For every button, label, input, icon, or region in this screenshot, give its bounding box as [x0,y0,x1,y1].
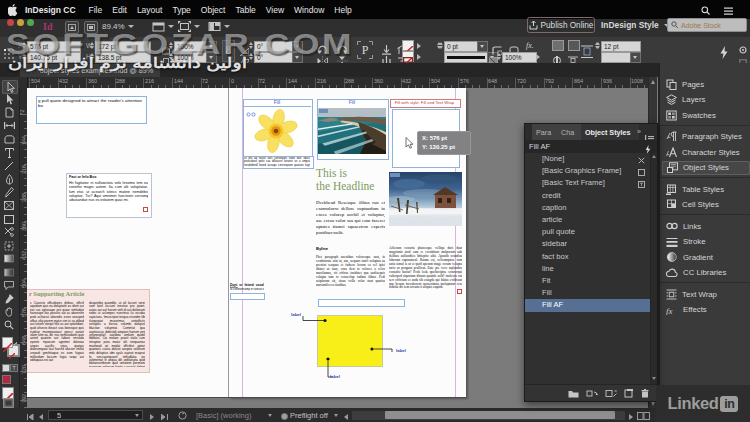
create-new-style-icon[interactable] [624,384,634,402]
window-close-button[interactable] [7,19,14,26]
panel-scroll-down-icon[interactable] [652,377,656,380]
wrap-options-dropdown[interactable] [630,52,641,63]
tool-gradient-feather[interactable] [2,266,16,278]
style-item-basic-text-frame[interactable]: [Basic Text Frame] [525,177,651,189]
stroke-weight-dropdown[interactable] [477,41,488,52]
dock-item-swatches[interactable]: Swatches [662,108,750,122]
fill-proxy-swatch[interactable] [2,337,13,348]
spotlight-search-icon[interactable] [701,5,710,15]
dock-item-stroke[interactable]: Stroke [662,235,750,249]
panel-tab-object-styles[interactable]: Object Styles [581,124,640,140]
tool-note[interactable] [2,280,16,292]
dock-item-object-styles[interactable]: Object Styles [662,161,750,175]
empty-label-frame[interactable] [318,299,405,307]
tool-gap[interactable] [2,120,16,132]
document-preset-dropdown[interactable]: [Basic] (working) [196,411,251,420]
spine-caption-frame[interactable] [230,293,265,300]
style-item-sidebar[interactable]: sidebar [525,238,651,250]
clear-attributes-icon[interactable] [605,384,617,402]
tool-line[interactable] [2,160,16,172]
tool-direct-selection[interactable] [2,93,16,105]
tool-free-transform[interactable] [2,240,16,252]
menu-app-name[interactable]: InDesign CC [20,5,84,15]
text-wrap-icon[interactable] [581,42,593,60]
apply-color-button[interactable] [2,375,11,384]
tool-scissors[interactable] [2,226,16,238]
dock-item-links[interactable]: Links [662,219,750,233]
wrap-offset-field[interactable]: 12 pt [601,41,641,52]
swap-fill-stroke-icon[interactable] [13,335,19,353]
tool-eyedropper[interactable] [2,293,16,305]
dock-item-pages[interactable]: Pages [662,77,750,91]
style-item-fill[interactable]: Fill [525,287,651,299]
workspace-switcher[interactable]: InDesign Style [601,20,670,30]
menu-item-help[interactable]: Help [329,5,356,15]
page-number-dropdown[interactable]: 5 [48,410,143,420]
previous-page-button[interactable] [38,412,43,421]
style-item-credit[interactable]: credit [525,190,651,202]
window-minimize-button[interactable] [17,19,24,26]
panel-scrollbar[interactable] [650,153,657,384]
effects-fx-button[interactable]: fx. [526,41,534,50]
preset-caret-icon[interactable] [268,414,272,417]
tool-selection[interactable] [2,80,18,94]
tool-type[interactable] [2,147,16,159]
menu-item-layout[interactable]: Layout [132,5,168,15]
menu-item-window[interactable]: Window [289,5,329,15]
menu-item-file[interactable]: File [84,5,108,15]
style-item-pull-quote[interactable]: pull quote [525,226,651,238]
notification-center-icon[interactable] [724,6,734,16]
tool-content-collector[interactable] [2,133,16,145]
hscroll-left-arrow-icon[interactable] [343,412,348,421]
tool-zoom[interactable] [2,319,16,331]
tool-page[interactable] [2,107,16,119]
opacity-flyout-arrow[interactable] [536,54,540,60]
horizontal-scrollbar[interactable] [352,411,625,420]
publish-online-button[interactable]: Publish Online [527,17,595,33]
tool-hand[interactable] [2,306,16,318]
first-page-button[interactable] [27,412,34,421]
tool-rectangle-frame[interactable] [2,200,16,212]
delete-style-icon[interactable] [641,384,649,402]
opacity-field[interactable]: 100% [502,52,537,63]
preflight-menu[interactable]: Preflight off [290,411,328,420]
last-page-button[interactable] [161,412,168,421]
tool-pen[interactable] [2,173,16,185]
quick-apply-icon[interactable] [720,43,728,61]
page-number-caret-icon[interactable] [135,414,139,417]
dock-item-cc-libraries[interactable]: CC Libraries [662,266,750,280]
dock-item-table-styles[interactable]: Table Styles [662,182,750,196]
menu-item-view[interactable]: View [261,5,289,15]
window-zoom-button[interactable] [27,19,34,26]
dock-item-paragraph-styles[interactable]: Paragraph Styles [662,130,750,144]
style-item-fact-box[interactable]: fact box [525,251,651,263]
dock-item-text-wrap[interactable]: Text Wrap [662,287,750,301]
scroll-up-arrow-icon[interactable] [651,80,655,84]
horizontal-scrollbar-thumb[interactable] [385,411,615,419]
tool-rectangle[interactable] [2,213,16,225]
ruler-origin-box[interactable] [19,77,28,88]
menu-item-edit[interactable]: Edit [107,5,132,15]
yellow-rectangle[interactable] [317,315,383,367]
style-item-none[interactable]: [None] [525,153,651,165]
style-item-line[interactable]: line [525,263,651,275]
dock-item-effects[interactable]: fxEffects [662,303,750,317]
style-item-fill-af[interactable]: Fill AF [525,299,651,311]
style-item-fit[interactable]: Fit [525,275,651,287]
dock-item-cell-styles[interactable]: Cell Styles [662,198,750,212]
style-item-article[interactable]: article [525,214,651,226]
panel-scroll-up-icon[interactable] [652,155,656,158]
stock-search-input[interactable]: Adobe Stock [667,18,747,32]
dock-item-gradient[interactable]: Gradient [662,250,750,264]
formatting-container-button[interactable] [2,364,10,372]
style-item-caption[interactable]: caption [525,202,651,214]
object-styles-list[interactable]: [None][Basic Graphics Frame][Basic Text … [525,153,657,384]
style-item-basic-graphics-frame[interactable]: [Basic Graphics Frame] [525,165,651,177]
opacity-field-stepper[interactable] [497,52,502,61]
menu-item-table[interactable]: Table [230,5,260,15]
wrap-offset-field-stepper[interactable] [596,41,601,50]
menu-item-type[interactable]: Type [167,5,195,15]
tool-gradient-swatch[interactable] [2,253,16,265]
formatting-text-button[interactable]: T [10,364,18,372]
scroll-down-arrow-icon[interactable] [651,402,655,406]
